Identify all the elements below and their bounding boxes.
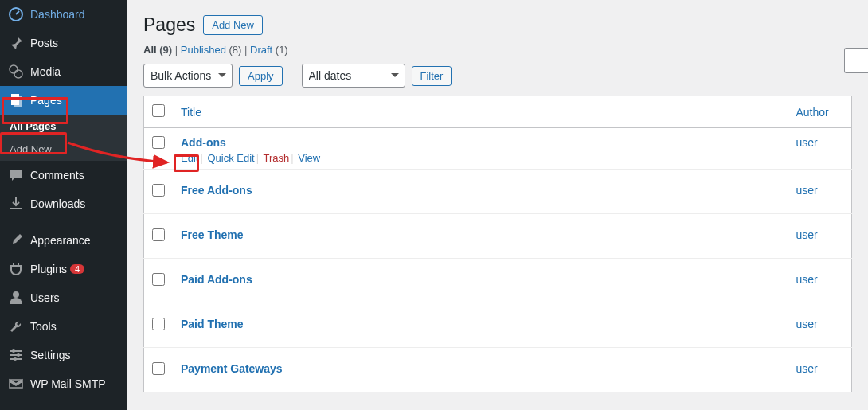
main-content: Pages Add New All (9) | Published (8) | … xyxy=(127,0,868,410)
page-title-link[interactable]: Paid Theme xyxy=(181,318,244,330)
sidebar-item-label: Tools xyxy=(30,320,57,333)
page-title-link[interactable]: Free Theme xyxy=(181,228,244,241)
add-new-button[interactable]: Add New xyxy=(203,15,263,35)
submenu-all-pages[interactable]: All Pages xyxy=(0,115,127,138)
author-link[interactable]: user xyxy=(796,362,818,375)
sidebar-item-dashboard[interactable]: Dashboard xyxy=(0,0,127,29)
sidebar-item-pages[interactable]: Pages xyxy=(0,86,127,115)
bulk-actions-select[interactable]: Bulk Actions xyxy=(143,64,233,88)
sidebar-item-label: Plugins xyxy=(30,263,67,275)
table-row: Payment Gateways user xyxy=(144,348,852,392)
column-author: Author xyxy=(788,96,852,128)
table-row: Free Theme user xyxy=(144,214,852,259)
media-icon xyxy=(8,64,24,80)
author-link[interactable]: user xyxy=(796,184,818,197)
sidebar-item-tools[interactable]: Tools xyxy=(0,312,127,341)
svg-point-7 xyxy=(17,353,20,357)
select-all-checkbox[interactable] xyxy=(152,104,165,117)
sidebar-item-downloads[interactable]: Downloads xyxy=(0,189,127,218)
edit-link[interactable]: Edit xyxy=(181,152,198,164)
filter-draft[interactable]: Draft (1) xyxy=(250,44,288,56)
sidebar-item-label: Posts xyxy=(30,37,58,49)
brush-icon xyxy=(8,232,24,248)
page-title-link[interactable]: Free Add-ons xyxy=(181,184,252,197)
sidebar-item-label: Dashboard xyxy=(30,8,85,21)
page-title-link[interactable]: Add-ons xyxy=(181,136,226,149)
sliders-icon xyxy=(8,347,24,363)
page-title-link[interactable]: Paid Add-ons xyxy=(181,273,252,286)
search-input[interactable] xyxy=(844,48,868,73)
sidebar-item-media[interactable]: Media xyxy=(0,57,127,86)
comment-icon xyxy=(8,167,24,183)
trash-link[interactable]: Trash xyxy=(263,152,289,164)
column-title[interactable]: Title xyxy=(181,106,201,119)
sidebar-item-label: Settings xyxy=(30,349,71,361)
sidebar-item-wpmailsmtp[interactable]: WP Mail SMTP xyxy=(0,369,127,398)
mail-icon xyxy=(8,376,24,392)
submenu-add-new[interactable]: Add New xyxy=(0,138,127,161)
admin-sidebar: Dashboard Posts Media Pages All Pages Ad… xyxy=(0,0,127,410)
row-checkbox[interactable] xyxy=(152,136,165,149)
filter-published[interactable]: Published (8) xyxy=(181,44,242,56)
wrench-icon xyxy=(8,318,24,334)
page-title-link[interactable]: Payment Gateways xyxy=(181,362,283,375)
filter-all[interactable]: All (9) xyxy=(143,44,172,56)
sidebar-item-label: Downloads xyxy=(30,197,85,210)
table-row: Free Add-ons user xyxy=(144,170,852,214)
sidebar-item-appearance[interactable]: Appearance xyxy=(0,226,127,255)
row-checkbox[interactable] xyxy=(152,273,165,286)
author-link[interactable]: user xyxy=(796,318,818,330)
sidebar-item-plugins[interactable]: Plugins 4 xyxy=(0,255,127,283)
svg-rect-4 xyxy=(14,96,22,107)
pages-submenu: All Pages Add New xyxy=(0,115,127,161)
sidebar-item-label: Users xyxy=(30,291,60,304)
sidebar-item-settings[interactable]: Settings xyxy=(0,341,127,369)
pin-icon xyxy=(8,35,24,51)
table-row: Add-ons Edit| Quick Edit| Trash| View us… xyxy=(144,128,852,170)
row-checkbox[interactable] xyxy=(152,318,165,330)
author-link[interactable]: user xyxy=(796,228,818,241)
sidebar-item-users[interactable]: Users xyxy=(0,283,127,312)
author-link[interactable]: user xyxy=(796,136,818,149)
view-link[interactable]: View xyxy=(298,152,320,164)
svg-point-1 xyxy=(10,65,18,73)
status-filters: All (9) | Published (8) | Draft (1) xyxy=(143,44,852,56)
row-checkbox[interactable] xyxy=(152,362,165,375)
sidebar-item-label: Comments xyxy=(30,169,84,182)
filter-button[interactable]: Filter xyxy=(412,66,452,86)
table-row: Paid Theme user xyxy=(144,303,852,348)
apply-button[interactable]: Apply xyxy=(239,66,283,86)
sidebar-item-comments[interactable]: Comments xyxy=(0,161,127,189)
svg-point-5 xyxy=(13,291,19,298)
page-title: Pages xyxy=(143,14,195,36)
update-badge: 4 xyxy=(70,264,84,274)
row-checkbox[interactable] xyxy=(152,184,165,197)
quick-edit-link[interactable]: Quick Edit xyxy=(207,152,254,164)
page-icon xyxy=(8,92,24,108)
svg-point-2 xyxy=(14,70,22,78)
date-filter-select[interactable]: All dates xyxy=(302,64,405,88)
author-link[interactable]: user xyxy=(796,273,818,286)
sidebar-item-label: Pages xyxy=(30,94,62,107)
user-icon xyxy=(8,290,24,306)
plugin-icon xyxy=(8,261,24,277)
table-row: Paid Add-ons user xyxy=(144,259,852,303)
svg-point-8 xyxy=(14,357,17,361)
dashboard-icon xyxy=(8,6,24,22)
row-actions: Edit| Quick Edit| Trash| View xyxy=(181,152,780,164)
pages-table: Title Author Add-ons Edit| Quick Edit| T… xyxy=(143,96,852,392)
sidebar-item-label: Media xyxy=(30,65,61,78)
sidebar-item-label: WP Mail SMTP xyxy=(30,377,106,390)
row-checkbox[interactable] xyxy=(152,228,165,241)
svg-point-6 xyxy=(12,349,15,353)
sidebar-item-label: Appearance xyxy=(30,234,91,247)
download-icon xyxy=(8,196,24,212)
sidebar-item-posts[interactable]: Posts xyxy=(0,29,127,57)
